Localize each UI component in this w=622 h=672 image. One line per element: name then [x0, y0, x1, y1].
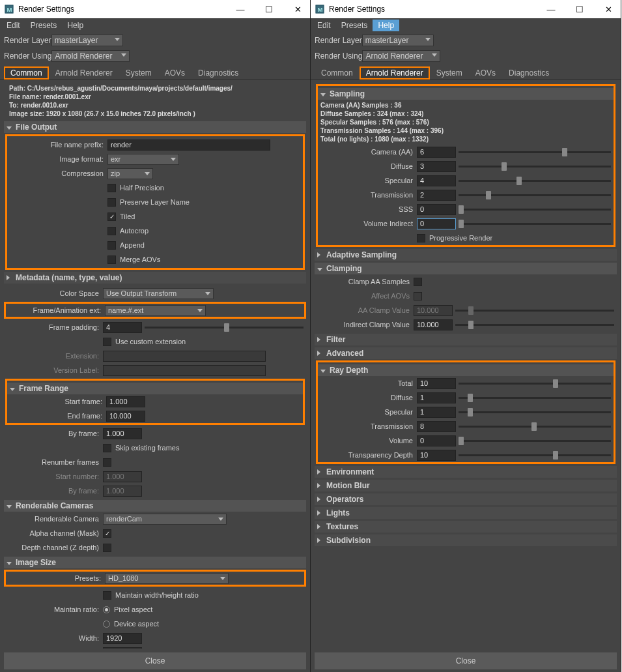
minimize-button-r[interactable]: —: [543, 5, 559, 14]
frame-padding-slider[interactable]: [145, 327, 304, 329]
section-metadata[interactable]: Metadata (name, type, value): [4, 272, 306, 284]
prefix-input[interactable]: [107, 139, 270, 151]
colorspace-dropdown[interactable]: Use Output Transform: [103, 288, 214, 299]
section-ray-depth[interactable]: Ray Depth: [318, 364, 614, 376]
section-motion-blur[interactable]: Motion Blur: [315, 480, 617, 491]
merge-aovs-check[interactable]: [107, 256, 116, 264]
custom-ext-check[interactable]: [103, 338, 111, 346]
section-textures[interactable]: Textures: [315, 521, 617, 533]
tab-arnold-r[interactable]: Arnold Renderer: [360, 66, 430, 80]
frame-padding-input[interactable]: [103, 322, 142, 333]
tab-system-r[interactable]: System: [430, 66, 469, 80]
transdepth-input[interactable]: [417, 450, 456, 461]
section-clamping[interactable]: Clamping: [315, 263, 617, 274]
maximize-button-r[interactable]: ☐: [571, 5, 588, 14]
transmission-slider[interactable]: [459, 194, 611, 196]
tab-diagnostics[interactable]: Diagnostics: [191, 66, 245, 80]
renumber-check[interactable]: [103, 458, 111, 467]
rspecular-slider[interactable]: [459, 411, 611, 413]
section-file-output[interactable]: File Output: [4, 121, 306, 133]
close-button-bottom-r[interactable]: Close: [315, 652, 617, 669]
progressive-check[interactable]: [417, 234, 425, 242]
diffuse-input[interactable]: [417, 161, 456, 172]
presets-dropdown[interactable]: HD_1080: [105, 573, 229, 584]
close-button[interactable]: ✕: [289, 5, 306, 14]
section-advanced[interactable]: Advanced: [315, 347, 617, 359]
sss-input[interactable]: [417, 204, 456, 215]
skip-existing-check[interactable]: [103, 444, 111, 452]
tiled-check[interactable]: ✓: [107, 212, 116, 221]
rdiffuse-slider[interactable]: [459, 397, 611, 399]
rvol-input[interactable]: [417, 435, 456, 446]
menu-presets-r[interactable]: Presets: [336, 20, 373, 31]
start-frame-input[interactable]: [106, 396, 145, 407]
tab-aovs[interactable]: AOVs: [158, 66, 191, 80]
section-operators[interactable]: Operators: [315, 493, 617, 505]
section-filter[interactable]: Filter: [315, 334, 617, 345]
by-frame-input[interactable]: [103, 428, 142, 439]
pixel-aspect-radio[interactable]: [103, 606, 110, 613]
menu-edit-r[interactable]: Edit: [312, 20, 336, 31]
section-renderable-cameras[interactable]: Renderable Cameras: [4, 500, 306, 512]
rtrans-slider[interactable]: [459, 426, 611, 428]
tab-aovs-r[interactable]: AOVs: [469, 66, 502, 80]
section-subdivision[interactable]: Subdivision: [315, 534, 617, 546]
depth-check[interactable]: [103, 544, 111, 552]
transdepth-slider[interactable]: [459, 454, 611, 456]
tab-system[interactable]: System: [119, 66, 158, 80]
rspecular-input[interactable]: [417, 407, 456, 418]
compression-dropdown[interactable]: zip: [107, 168, 153, 179]
maintain-check[interactable]: [103, 591, 111, 600]
close-button-r[interactable]: ✕: [600, 5, 617, 14]
tab-common-r[interactable]: Common: [315, 66, 360, 80]
ind-clamp-input[interactable]: [414, 319, 453, 330]
minimize-button[interactable]: —: [232, 5, 249, 14]
render-layer-dropdown-r[interactable]: masterLayer: [362, 35, 434, 46]
volind-slider[interactable]: [459, 223, 611, 225]
imgfmt-dropdown[interactable]: exr: [107, 154, 179, 165]
fae-dropdown[interactable]: name.#.ext: [105, 305, 206, 316]
close-button-bottom[interactable]: Close: [4, 652, 306, 669]
tab-arnold[interactable]: Arnold Renderer: [49, 66, 119, 80]
section-lights[interactable]: Lights: [315, 507, 617, 519]
append-check[interactable]: [107, 241, 116, 250]
alpha-check[interactable]: ✓: [103, 529, 111, 538]
rdiffuse-input[interactable]: [417, 392, 456, 403]
transmission-input[interactable]: [417, 190, 456, 201]
total-slider[interactable]: [459, 383, 611, 385]
rendercam-dropdown[interactable]: renderCam: [103, 514, 227, 525]
maximize-button[interactable]: ☐: [261, 5, 277, 14]
autocrop-check[interactable]: [107, 227, 116, 235]
section-image-size[interactable]: Image Size: [4, 557, 306, 568]
volind-input[interactable]: [417, 218, 456, 229]
end-frame-input[interactable]: [106, 411, 145, 422]
section-environment[interactable]: Environment: [315, 466, 617, 478]
menu-edit[interactable]: Edit: [1, 20, 25, 31]
total-input[interactable]: [417, 378, 456, 389]
rvol-slider[interactable]: [459, 440, 611, 442]
device-aspect-radio[interactable]: [103, 621, 110, 628]
menu-presets[interactable]: Presets: [25, 20, 63, 31]
preserve-layer-check[interactable]: [107, 198, 116, 207]
width-input[interactable]: [103, 633, 142, 644]
section-frame-range[interactable]: Frame Range: [7, 383, 303, 394]
section-sampling[interactable]: Sampling: [318, 88, 614, 100]
tab-diagnostics-r[interactable]: Diagnostics: [502, 66, 556, 80]
tab-common[interactable]: Common: [4, 66, 49, 80]
diffuse-slider[interactable]: [459, 166, 611, 168]
menu-help-r[interactable]: Help: [373, 20, 399, 31]
camera-aa-slider[interactable]: [459, 151, 611, 153]
rtrans-input[interactable]: [417, 421, 456, 432]
specular-slider[interactable]: [459, 180, 611, 182]
render-using-dropdown-r[interactable]: Arnold Renderer: [362, 50, 440, 62]
clamp-aa-check[interactable]: [414, 278, 422, 286]
height-input[interactable]: [103, 647, 142, 649]
render-using-dropdown[interactable]: Arnold Renderer: [51, 50, 130, 62]
menu-help[interactable]: Help: [62, 20, 89, 31]
render-layer-dropdown[interactable]: masterLayer: [51, 35, 123, 46]
half-precision-check[interactable]: [107, 184, 116, 192]
specular-input[interactable]: [417, 175, 456, 186]
ind-clamp-slider[interactable]: [455, 324, 614, 326]
section-adaptive[interactable]: Adaptive Sampling: [315, 249, 617, 261]
camera-aa-input[interactable]: [417, 147, 456, 158]
